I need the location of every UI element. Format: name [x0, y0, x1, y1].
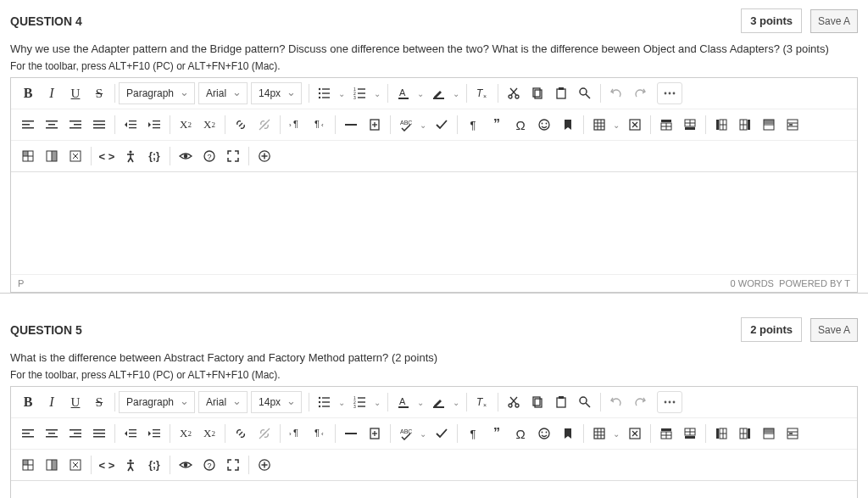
align-justify-button[interactable] — [87, 113, 111, 137]
strikethrough-button[interactable]: S — [87, 390, 111, 414]
insert-file-button[interactable] — [363, 113, 387, 137]
subscript-button[interactable]: X2 — [198, 422, 221, 445]
paragraph-select[interactable]: Paragraph — [119, 391, 195, 413]
html-button[interactable]: < > — [95, 144, 119, 168]
table-merge-button[interactable] — [757, 113, 781, 137]
link-button[interactable] — [229, 422, 253, 445]
text-color-button[interactable]: A — [392, 390, 415, 414]
more-options-button[interactable] — [657, 391, 682, 413]
table-row-after-button[interactable] — [678, 113, 702, 137]
table-row-before-button[interactable] — [654, 113, 678, 137]
undo-button[interactable] — [604, 81, 628, 105]
bookmark-button[interactable] — [556, 422, 580, 445]
font-size-select[interactable]: 14px — [251, 391, 302, 413]
numbered-list-button[interactable]: 123 — [348, 81, 372, 105]
redo-button[interactable] — [628, 81, 652, 105]
code-sample-button[interactable]: {;} — [142, 453, 166, 477]
cut-button[interactable] — [502, 81, 526, 105]
clear-formatting-button[interactable]: T× — [470, 81, 494, 105]
table-delete-row-button[interactable] — [781, 422, 804, 445]
blockquote-button[interactable]: ” — [485, 422, 509, 445]
paste-button[interactable] — [549, 390, 573, 414]
ltr-button[interactable]: ¶› — [284, 422, 308, 445]
checkmark-button[interactable] — [430, 422, 453, 445]
font-size-select[interactable]: 14px — [251, 82, 302, 104]
html-button[interactable]: < > — [95, 453, 119, 477]
omega-button[interactable]: Ω — [509, 113, 532, 137]
copy-button[interactable] — [526, 81, 549, 105]
table-delete-col-button[interactable] — [64, 453, 87, 477]
align-left-button[interactable] — [16, 113, 40, 137]
bold-button[interactable]: B — [16, 390, 40, 414]
paragraph-select[interactable]: Paragraph — [119, 82, 195, 104]
insert-table-button[interactable] — [587, 113, 611, 137]
editor-content-area[interactable] — [11, 481, 857, 498]
table-col-after-button[interactable] — [733, 422, 757, 445]
accessibility-button[interactable] — [119, 453, 142, 477]
spellcheck-button[interactable]: ABC — [394, 422, 418, 445]
redo-button[interactable] — [628, 390, 652, 414]
pilcrow-button[interactable]: ¶ — [461, 113, 485, 137]
underline-button[interactable]: U — [64, 390, 87, 414]
superscript-button[interactable]: X2 — [174, 422, 198, 445]
underline-button[interactable]: U — [64, 81, 87, 105]
table-delete-row-button[interactable] — [781, 113, 804, 137]
cut-button[interactable] — [502, 390, 526, 414]
table-cell-props-button[interactable] — [16, 144, 40, 168]
italic-button[interactable]: I — [40, 81, 64, 105]
horizontal-rule-button[interactable] — [339, 422, 363, 445]
undo-button[interactable] — [604, 390, 628, 414]
editor-content-area[interactable] — [11, 172, 857, 274]
delete-table-button[interactable] — [623, 422, 647, 445]
preview-button[interactable] — [174, 453, 198, 477]
accessibility-button[interactable] — [119, 144, 142, 168]
table-split-button[interactable] — [40, 144, 64, 168]
rtl-button[interactable]: ¶‹ — [308, 113, 331, 137]
more-options-button[interactable] — [657, 82, 682, 104]
preview-button[interactable] — [174, 144, 198, 168]
strikethrough-button[interactable]: S — [87, 81, 111, 105]
align-right-button[interactable] — [64, 113, 87, 137]
checkmark-button[interactable] — [430, 113, 453, 137]
highlight-button[interactable] — [427, 81, 451, 105]
bold-button[interactable]: B — [16, 81, 40, 105]
add-content-button[interactable] — [253, 144, 276, 168]
align-center-button[interactable] — [40, 113, 64, 137]
highlight-button[interactable] — [427, 390, 451, 414]
save-answer-button[interactable]: Save A — [810, 9, 858, 33]
font-family-select[interactable]: Arial — [198, 391, 248, 413]
save-answer-button[interactable]: Save A — [810, 318, 858, 342]
bullet-list-button[interactable] — [313, 81, 337, 105]
outdent-button[interactable] — [119, 422, 142, 445]
insert-table-button[interactable] — [587, 422, 611, 445]
clear-formatting-button[interactable]: T× — [470, 390, 494, 414]
ltr-button[interactable]: ¶› — [284, 113, 308, 137]
table-row-after-button[interactable] — [678, 422, 702, 445]
align-center-button[interactable] — [40, 422, 64, 445]
unlink-button[interactable] — [253, 113, 276, 137]
pilcrow-button[interactable]: ¶ — [461, 422, 485, 445]
bookmark-button[interactable] — [556, 113, 580, 137]
help-button[interactable]: ? — [198, 144, 221, 168]
table-col-before-button[interactable] — [709, 422, 733, 445]
table-col-after-button[interactable] — [733, 113, 757, 137]
outdent-button[interactable] — [119, 113, 142, 137]
emoji-button[interactable] — [532, 422, 556, 445]
rtl-button[interactable]: ¶‹ — [308, 422, 331, 445]
table-split-button[interactable] — [40, 453, 64, 477]
table-row-before-button[interactable] — [654, 422, 678, 445]
indent-button[interactable] — [142, 113, 166, 137]
copy-button[interactable] — [526, 390, 549, 414]
emoji-button[interactable] — [532, 113, 556, 137]
align-right-button[interactable] — [64, 422, 87, 445]
numbered-list-button[interactable]: 123 — [348, 390, 372, 414]
table-col-before-button[interactable] — [709, 113, 733, 137]
find-replace-button[interactable] — [573, 81, 597, 105]
insert-file-button[interactable] — [363, 422, 387, 445]
blockquote-button[interactable]: ” — [485, 113, 509, 137]
link-button[interactable] — [229, 113, 253, 137]
horizontal-rule-button[interactable] — [339, 113, 363, 137]
text-color-button[interactable]: A — [392, 81, 415, 105]
omega-button[interactable]: Ω — [509, 422, 532, 445]
paste-button[interactable] — [549, 81, 573, 105]
